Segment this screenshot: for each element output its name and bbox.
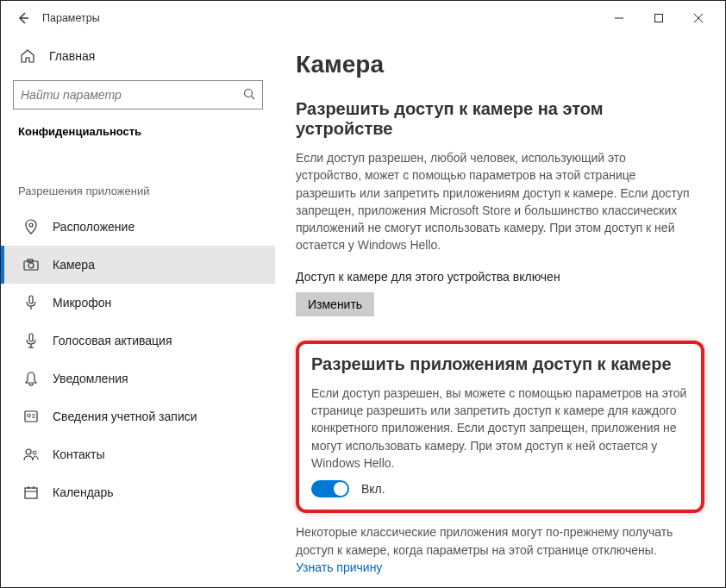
- sidebar-item-label: Календарь: [53, 485, 114, 499]
- svg-point-7: [29, 223, 33, 227]
- location-icon: [22, 219, 41, 235]
- sidebar-item-location[interactable]: Расположение: [1, 208, 275, 246]
- titlebar: Параметры: [1, 1, 725, 35]
- sidebar-item-label: Голосовая активация: [53, 334, 172, 347]
- sidebar-item-microphone[interactable]: Микрофон: [1, 284, 275, 322]
- category-label: Конфиденциальность: [1, 122, 275, 153]
- svg-point-21: [33, 451, 36, 454]
- sidebar-item-label: Микрофон: [53, 296, 111, 310]
- sidebar-item-label: Расположение: [53, 220, 135, 234]
- sidebar-item-label: Сведения учетной записи: [53, 410, 197, 423]
- bell-icon: [22, 371, 41, 386]
- svg-point-20: [26, 449, 31, 454]
- sidebar-item-label: Камера: [53, 258, 95, 272]
- search-icon: [243, 88, 255, 103]
- section-label: Разрешения приложений: [1, 153, 275, 208]
- close-icon: [693, 13, 704, 23]
- home-button[interactable]: Главная: [1, 39, 275, 73]
- section1-heading: Разрешить доступ к камере на этом устрой…: [296, 99, 704, 139]
- sidebar-item-label: Контакты: [53, 447, 104, 461]
- maximize-button[interactable]: [639, 4, 679, 32]
- minimize-button[interactable]: [599, 4, 639, 32]
- app-title: Параметры: [42, 12, 100, 24]
- camera-icon: [22, 259, 41, 271]
- search-box[interactable]: [13, 80, 263, 109]
- section1-description: Если доступ разрешен, любой человек, исп…: [296, 149, 692, 254]
- note-text: Некоторые классические приложения могут …: [296, 525, 673, 556]
- change-button[interactable]: Изменить: [296, 292, 374, 316]
- svg-point-9: [28, 263, 34, 268]
- sidebar-item-voice[interactable]: Голосовая активация: [1, 322, 275, 360]
- sidebar-item-contacts[interactable]: Контакты: [1, 435, 275, 473]
- sidebar-item-notifications[interactable]: Уведомления: [1, 360, 275, 397]
- page-title: Камера: [296, 51, 704, 78]
- section2-description: Если доступ разрешен, вы можете с помощь…: [311, 385, 689, 472]
- svg-rect-2: [655, 15, 663, 22]
- voice-icon: [22, 333, 41, 348]
- sidebar-item-label: Уведомления: [53, 372, 128, 385]
- learn-more-link[interactable]: Узнать причину: [296, 560, 382, 574]
- account-icon: [22, 410, 41, 423]
- sidebar-item-camera[interactable]: Камера: [1, 246, 275, 284]
- svg-rect-16: [25, 411, 37, 422]
- main-content: Камера Разрешить доступ к камере на этом…: [275, 35, 725, 587]
- close-button[interactable]: [679, 4, 718, 32]
- sidebar-item-account[interactable]: Сведения учетной записи: [1, 397, 275, 435]
- sidebar-item-calendar[interactable]: Календарь: [1, 473, 275, 511]
- calendar-icon: [22, 485, 41, 499]
- toggle-label: Вкл.: [361, 482, 385, 496]
- mic-icon: [22, 295, 41, 310]
- section2-heading: Разрешить приложениям доступ к камере: [311, 354, 689, 374]
- minimize-icon: [614, 13, 624, 23]
- home-icon: [18, 48, 37, 64]
- toggle-knob: [334, 482, 347, 496]
- search-input[interactable]: [21, 88, 243, 102]
- device-access-status: Доступ к камере для этого устройства вкл…: [296, 270, 704, 284]
- sidebar: Главная Конфиденциальность Разрешения пр…: [1, 35, 275, 587]
- svg-rect-11: [29, 296, 33, 303]
- svg-point-17: [28, 414, 31, 417]
- svg-point-5: [245, 89, 253, 97]
- home-label: Главная: [49, 49, 95, 63]
- classic-apps-note: Некоторые классические приложения могут …: [296, 523, 692, 576]
- contacts-icon: [22, 447, 41, 461]
- maximize-icon: [654, 13, 664, 23]
- arrow-left-icon: [16, 11, 30, 25]
- allow-apps-toggle[interactable]: [311, 480, 349, 497]
- window-controls: [599, 4, 718, 32]
- svg-rect-13: [29, 334, 33, 341]
- back-button[interactable]: [8, 3, 39, 34]
- svg-rect-22: [25, 488, 37, 498]
- svg-line-6: [252, 96, 255, 99]
- highlight-box: Разрешить приложениям доступ к камере Ес…: [296, 341, 704, 513]
